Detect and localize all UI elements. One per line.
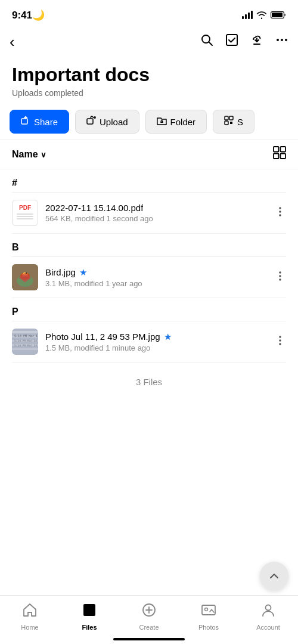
wifi-icon xyxy=(256,11,267,19)
svg-point-23 xyxy=(20,273,30,280)
nav-item-create[interactable]: Create xyxy=(119,602,179,631)
fab-button[interactable] xyxy=(260,562,288,590)
bird-image xyxy=(12,264,38,290)
svg-point-26 xyxy=(26,273,27,274)
svg-point-45 xyxy=(205,608,208,611)
svg-point-18 xyxy=(279,207,281,209)
scan-icon xyxy=(224,116,234,128)
battery-icon xyxy=(271,11,286,19)
svg-point-6 xyxy=(285,39,287,41)
pdf-thumbnail: PDF xyxy=(12,200,38,226)
select-icon[interactable] xyxy=(225,33,238,50)
photos-icon xyxy=(201,602,216,621)
file-more-button[interactable] xyxy=(269,332,286,352)
file-list: # PDF 2022-07-11 15.14.00.pdf 564 KB, mo… xyxy=(0,169,298,401)
folder-icon xyxy=(157,116,167,128)
file-item[interactable]: 5:14 PM Mar 14 5:14 PM Mar 14 5:14 PM Ma… xyxy=(12,321,286,363)
signal-bars-icon xyxy=(242,11,253,19)
nav-item-account[interactable]: Account xyxy=(238,602,298,631)
svg-point-4 xyxy=(277,39,279,41)
file-info: 2022-07-11 15.14.00.pdf 564 KB, modified… xyxy=(45,203,269,223)
svg-rect-13 xyxy=(230,122,232,124)
svg-rect-17 xyxy=(281,154,286,159)
svg-point-19 xyxy=(279,210,281,213)
status-icons xyxy=(242,11,286,19)
svg-rect-15 xyxy=(281,147,286,152)
upload-button[interactable]: Upload xyxy=(75,110,139,134)
chevron-up-icon xyxy=(267,569,281,583)
sort-chevron-icon: ∨ xyxy=(41,150,46,159)
folder-button[interactable]: Folder xyxy=(145,110,207,134)
grid-view-icon[interactable] xyxy=(273,146,286,163)
upload-icon xyxy=(86,116,96,128)
file-name: Photo Jul 11, 2 49 53 PM.jpg xyxy=(45,332,160,342)
svg-text:5:14 PM Mar 14: 5:14 PM Mar 14 xyxy=(14,344,37,347)
status-bar: 9:41🌙 xyxy=(0,0,298,26)
home-label: Home xyxy=(21,624,38,631)
file-info: Bird.jpg ★ 3.1 MB, modified 1 year ago xyxy=(45,267,269,288)
svg-rect-1 xyxy=(272,13,283,17)
folder-label: Folder xyxy=(170,117,196,127)
files-label: Files xyxy=(82,624,97,631)
star-icon: ★ xyxy=(79,267,87,278)
file-name-row: Bird.jpg ★ xyxy=(45,267,269,278)
sort-bar: Name ∨ xyxy=(0,140,298,169)
more-options-icon[interactable] xyxy=(275,33,288,50)
share-icon xyxy=(21,116,30,128)
svg-point-39 xyxy=(279,336,281,338)
nav-right xyxy=(200,33,288,50)
svg-rect-31 xyxy=(12,331,38,333)
svg-point-28 xyxy=(279,275,281,277)
svg-rect-16 xyxy=(274,154,279,159)
svg-rect-11 xyxy=(229,116,233,120)
nav-left: ‹ xyxy=(10,32,20,52)
nav-item-home[interactable]: Home xyxy=(0,602,60,631)
account-label: Account xyxy=(256,624,280,631)
svg-point-24 xyxy=(22,273,28,277)
file-item[interactable]: PDF 2022-07-11 15.14.00.pdf 564 KB, modi… xyxy=(12,193,286,234)
svg-point-27 xyxy=(279,271,281,274)
svg-rect-44 xyxy=(202,605,215,615)
share-button[interactable]: Share xyxy=(10,110,69,134)
file-more-button[interactable] xyxy=(269,268,286,287)
svg-text:5:14 PM Mar 14: 5:14 PM Mar 14 xyxy=(14,339,37,342)
files-icon xyxy=(82,602,97,621)
file-more-button[interactable] xyxy=(269,203,286,223)
cloud-download-icon[interactable] xyxy=(250,33,263,50)
status-time: 9:41🌙 xyxy=(12,9,45,21)
file-name: Bird.jpg xyxy=(45,267,76,277)
nav-item-files[interactable]: Files xyxy=(60,602,119,631)
svg-point-20 xyxy=(279,214,281,216)
search-icon[interactable] xyxy=(200,33,213,50)
nav-item-photos[interactable]: Photos xyxy=(179,602,238,631)
file-item[interactable]: Bird.jpg ★ 3.1 MB, modified 1 year ago xyxy=(12,257,286,298)
uploads-status: Uploads completed xyxy=(12,88,286,98)
photos-label: Photos xyxy=(198,624,219,631)
home-icon xyxy=(22,602,38,621)
svg-point-41 xyxy=(279,343,281,345)
file-name-row: Photo Jul 11, 2 49 53 PM.jpg ★ xyxy=(45,332,269,342)
section-b: B xyxy=(12,234,286,257)
share-label: Share xyxy=(34,117,58,127)
svg-rect-14 xyxy=(274,147,279,152)
account-icon xyxy=(260,602,276,621)
sort-button[interactable]: Name ∨ xyxy=(12,149,46,160)
svg-rect-35 xyxy=(12,348,38,350)
pdf-lines xyxy=(17,212,33,221)
bottom-nav: Home Files Create Photos xyxy=(0,595,298,644)
back-button[interactable]: ‹ xyxy=(10,32,20,52)
scan-label: S xyxy=(237,117,243,127)
scan-button[interactable]: S xyxy=(213,110,254,134)
create-label: Create xyxy=(139,624,159,631)
svg-point-29 xyxy=(279,278,281,281)
pdf-label-text: PDF xyxy=(19,205,31,211)
svg-point-5 xyxy=(281,39,283,41)
file-meta: 3.1 MB, modified 1 year ago xyxy=(45,279,269,288)
files-count: 3 Files xyxy=(12,363,286,401)
svg-rect-12 xyxy=(225,121,228,125)
action-buttons-row: Share Upload Folder xyxy=(0,101,298,140)
section-hash: # xyxy=(12,169,286,193)
svg-text:5:14 PM Mar 14: 5:14 PM Mar 14 xyxy=(14,334,38,338)
sort-name-label: Name xyxy=(12,149,38,160)
create-icon xyxy=(141,602,157,621)
